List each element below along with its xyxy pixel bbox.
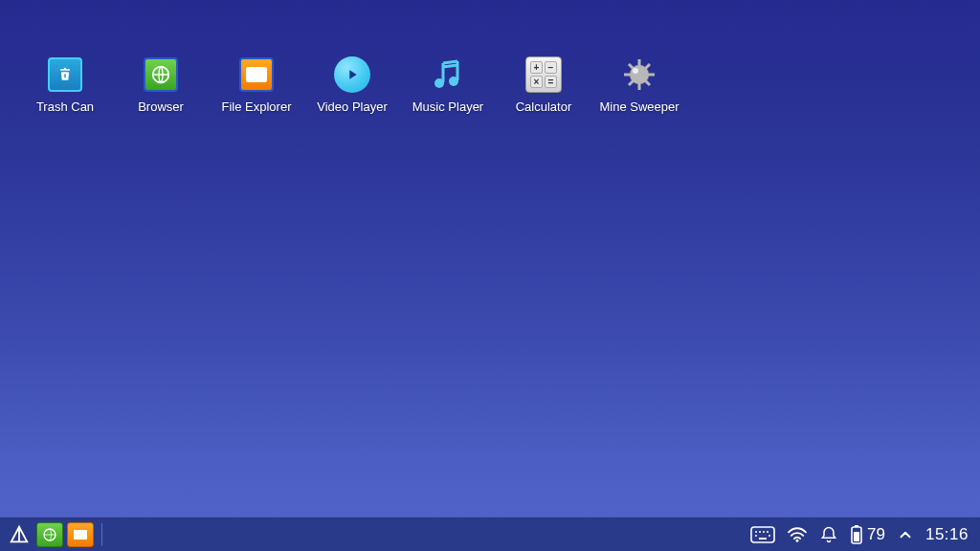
desktop-icon-label: Trash Can (36, 99, 94, 114)
svg-rect-6 (751, 527, 774, 542)
tray-expand-icon[interactable] (897, 526, 914, 543)
svg-point-12 (768, 535, 770, 537)
desktop-icon-label: Music Player (412, 99, 483, 114)
battery-icon (850, 524, 863, 545)
desktop-icon-label: Browser (138, 99, 184, 114)
system-tray: 79 15:16 (750, 524, 974, 545)
mine-icon (620, 55, 658, 94)
svg-point-8 (759, 531, 761, 533)
taskbar-file-explorer-button[interactable] (67, 522, 94, 547)
keyboard-icon[interactable] (750, 526, 775, 543)
desktop-icon-mine-sweeper[interactable]: Mine Sweeper (591, 55, 687, 114)
desktop-icon-label: Mine Sweeper (599, 99, 679, 114)
desktop-icon-calculator[interactable]: +−×= Calculator (496, 55, 591, 114)
battery-percent: 79 (867, 525, 885, 544)
svg-rect-16 (855, 525, 858, 527)
desktop-icons-row: Trash Can Browser File Explorer Video Pl (17, 55, 980, 114)
start-menu-button[interactable] (6, 522, 33, 547)
play-icon (333, 55, 371, 94)
svg-point-9 (763, 531, 765, 533)
wifi-icon[interactable] (787, 526, 808, 543)
desktop-icon-file-explorer[interactable]: File Explorer (209, 55, 304, 114)
svg-point-1 (434, 78, 444, 88)
desktop-icon-video-player[interactable]: Video Player (304, 55, 400, 114)
svg-point-7 (755, 531, 757, 533)
desktop-icon-browser[interactable]: Browser (113, 55, 209, 114)
calculator-icon: +−×= (524, 55, 563, 94)
svg-point-11 (755, 535, 757, 537)
desktop-icon-trash-can[interactable]: Trash Can (17, 55, 113, 114)
notifications-icon[interactable] (819, 525, 838, 544)
desktop[interactable]: Trash Can Browser File Explorer Video Pl (0, 0, 980, 517)
taskbar-browser-button[interactable] (36, 522, 63, 547)
desktop-icon-label: Calculator (516, 99, 572, 114)
taskbar: 79 15:16 (0, 517, 980, 551)
music-note-icon (429, 55, 467, 94)
svg-point-4 (633, 68, 638, 74)
svg-point-14 (796, 539, 799, 541)
taskbar-left (6, 522, 106, 547)
svg-rect-17 (854, 532, 859, 541)
trash-icon (46, 55, 84, 94)
desktop-icon-music-player[interactable]: Music Player (400, 55, 496, 114)
desktop-icon-label: File Explorer (222, 99, 292, 114)
clock[interactable]: 15:16 (925, 525, 974, 544)
desktop-icon-label: Video Player (317, 99, 387, 114)
browser-icon (142, 55, 180, 94)
svg-point-2 (449, 77, 458, 86)
svg-rect-13 (759, 538, 767, 540)
folder-icon (237, 55, 276, 94)
taskbar-separator (101, 523, 102, 546)
battery-status[interactable]: 79 (850, 524, 885, 545)
svg-point-10 (767, 531, 768, 533)
